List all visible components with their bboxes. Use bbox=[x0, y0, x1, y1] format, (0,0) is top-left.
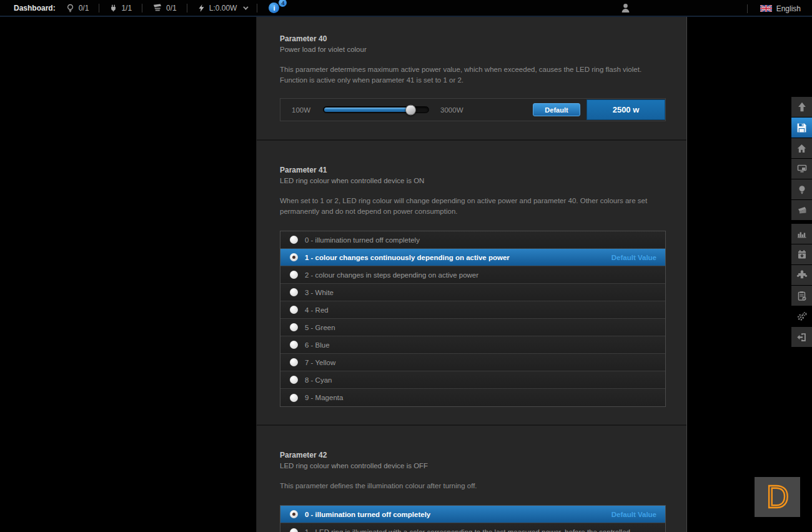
parameter-41-options: 0 - illumination turned off completely 1… bbox=[280, 231, 666, 407]
radio-icon[interactable] bbox=[290, 271, 298, 279]
option-row[interactable]: 4 - Red bbox=[280, 301, 665, 319]
default-button[interactable]: Default bbox=[533, 103, 580, 116]
uk-flag-icon bbox=[760, 5, 772, 12]
option-row[interactable]: 2 - colour changes in steps depending on… bbox=[280, 266, 665, 284]
info-icon[interactable] bbox=[269, 3, 279, 13]
option-label: 1 - colour changes continuously dependin… bbox=[305, 254, 510, 261]
option-row[interactable]: 0 - illumination turned off completely bbox=[280, 231, 665, 249]
notification-badge: 4 bbox=[279, 0, 287, 7]
option-row[interactable]: 7 - Yellow bbox=[280, 354, 665, 371]
option-label: 1 - LED ring is illuminated with a color… bbox=[305, 528, 630, 532]
topbar-divider bbox=[99, 4, 99, 13]
option-label: 0 - illumination turned off completely bbox=[305, 511, 430, 518]
option-row[interactable]: 9 - Magenta bbox=[280, 389, 665, 406]
option-row[interactable]: 5 - Green bbox=[280, 319, 665, 336]
watermark-logo: D bbox=[755, 477, 800, 517]
calendar-download-button[interactable] bbox=[791, 244, 812, 264]
radio-icon[interactable] bbox=[290, 323, 298, 331]
devices-button[interactable] bbox=[791, 159, 812, 179]
option-row[interactable]: 6 - Blue bbox=[280, 336, 665, 354]
puzzle-icon bbox=[796, 270, 808, 281]
watermark-letter: D bbox=[766, 479, 788, 514]
option-row-selected[interactable]: 1 - colour changes continuously dependin… bbox=[280, 249, 665, 266]
user-icon[interactable] bbox=[620, 3, 631, 14]
plugins-button[interactable] bbox=[791, 265, 812, 285]
scenes-button[interactable] bbox=[791, 200, 812, 220]
dashboard-title: Dashboard: bbox=[14, 4, 56, 13]
power-slider-fill bbox=[324, 108, 411, 112]
lightbulb-icon bbox=[66, 3, 75, 13]
parameter-42-title: Parameter 42 bbox=[280, 426, 666, 459]
save-button[interactable] bbox=[791, 118, 812, 138]
radio-icon[interactable] bbox=[290, 358, 298, 366]
power-slider-track[interactable] bbox=[323, 106, 429, 113]
radio-icon[interactable] bbox=[290, 236, 298, 244]
parameter-42-section: Parameter 42 LED ring colour when contro… bbox=[257, 424, 686, 532]
logout-icon bbox=[796, 332, 807, 343]
reports-button[interactable] bbox=[791, 286, 812, 306]
parameters-panel: Parameter 40 Power load for violet colou… bbox=[256, 17, 687, 532]
default-value-badge: Default Value bbox=[611, 254, 656, 261]
topbar-divider bbox=[257, 4, 257, 13]
topbar-divider bbox=[142, 4, 142, 13]
power-value-box[interactable]: 2500 w bbox=[587, 99, 665, 120]
arrow-up-icon bbox=[796, 101, 808, 113]
power-load-value: L:0.00W bbox=[209, 4, 237, 13]
logout-button[interactable] bbox=[791, 327, 812, 347]
radio-selected-icon[interactable] bbox=[290, 253, 298, 261]
option-row[interactable]: 8 - Cyan bbox=[280, 371, 665, 389]
power-slider-row: 100W 3000W Default 2500 w bbox=[280, 98, 666, 121]
stat-blinds[interactable]: 0/1 bbox=[152, 3, 177, 13]
stat-blinds-value: 0/1 bbox=[166, 4, 177, 13]
save-icon bbox=[796, 123, 807, 133]
lightning-icon bbox=[197, 3, 205, 13]
parameter-40-subtitle: Power load for violet colour bbox=[280, 46, 666, 53]
parameter-40-title: Parameter 40 bbox=[280, 17, 666, 43]
slider-max-label: 3000W bbox=[440, 106, 463, 114]
option-label: 6 - Blue bbox=[305, 341, 330, 349]
scroll-top-button[interactable] bbox=[791, 97, 812, 117]
option-label: 7 - Yellow bbox=[305, 359, 335, 366]
slider-min-label: 100W bbox=[292, 106, 310, 114]
option-row-selected[interactable]: 0 - illumination turned off completely D… bbox=[280, 506, 665, 523]
parameter-42-description: This parameter defines the illumination … bbox=[280, 481, 666, 491]
clipboard-check-icon bbox=[797, 291, 807, 301]
radio-icon[interactable] bbox=[290, 341, 298, 349]
notifications[interactable]: 4 bbox=[269, 3, 279, 13]
option-label: 9 - Magenta bbox=[305, 394, 343, 401]
option-row[interactable]: 3 - White bbox=[280, 284, 665, 301]
chevron-down-icon bbox=[244, 4, 249, 9]
stat-lights[interactable]: 0/1 bbox=[66, 3, 89, 13]
power-load-dropdown[interactable]: L:0.00W bbox=[197, 3, 247, 13]
radio-icon[interactable] bbox=[290, 376, 298, 384]
topbar-divider bbox=[747, 4, 748, 13]
radio-icon[interactable] bbox=[290, 394, 298, 402]
radio-icon[interactable] bbox=[290, 306, 298, 314]
home-icon bbox=[796, 143, 807, 154]
language-label: English bbox=[776, 4, 801, 13]
statistics-button[interactable] bbox=[791, 224, 812, 244]
radio-icon[interactable] bbox=[290, 288, 298, 296]
parameter-40-section: Parameter 40 Power load for violet colou… bbox=[257, 17, 686, 121]
stat-plugs[interactable]: 1/1 bbox=[109, 3, 132, 13]
option-label: 2 - colour changes in steps depending on… bbox=[305, 271, 478, 279]
lighting-button[interactable] bbox=[791, 179, 812, 199]
radio-icon[interactable] bbox=[290, 528, 298, 532]
option-row[interactable]: 1 - LED ring is illuminated with a color… bbox=[280, 523, 665, 532]
gears-icon bbox=[796, 311, 807, 322]
devices-icon bbox=[796, 164, 808, 174]
home-button[interactable] bbox=[791, 138, 812, 158]
language-selector[interactable]: English bbox=[760, 4, 801, 13]
parameter-42-subtitle: LED ring colour when controlled device i… bbox=[280, 462, 666, 469]
scenes-icon bbox=[796, 205, 808, 215]
stat-plugs-value: 1/1 bbox=[121, 4, 132, 13]
power-slider-handle[interactable] bbox=[405, 104, 416, 115]
parameter-41-section: Parameter 41 LED ring colour when contro… bbox=[257, 139, 686, 407]
right-toolbar bbox=[791, 97, 812, 348]
parameter-41-subtitle: LED ring colour when controlled device i… bbox=[280, 177, 666, 184]
topbar-divider bbox=[187, 4, 187, 13]
settings-button[interactable] bbox=[791, 306, 812, 326]
calendar-download-icon bbox=[797, 249, 807, 259]
stat-lights-value: 0/1 bbox=[79, 4, 89, 13]
radio-selected-icon[interactable] bbox=[290, 510, 298, 518]
